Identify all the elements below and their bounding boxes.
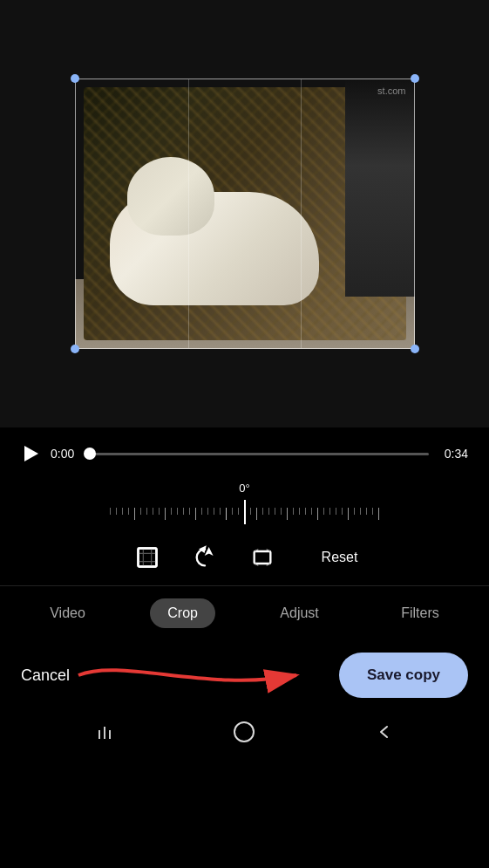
svg-rect-2	[254, 551, 270, 564]
tick	[238, 508, 239, 515]
ruler-center-indicator	[244, 500, 246, 524]
tick	[128, 508, 129, 515]
tick	[268, 508, 269, 515]
tick	[281, 508, 282, 515]
tick	[189, 508, 190, 515]
rotation-ruler[interactable]	[0, 500, 489, 524]
tick	[110, 508, 111, 515]
tick	[354, 508, 355, 515]
cancel-button[interactable]: Cancel	[21, 666, 70, 685]
tick	[201, 508, 202, 515]
tick	[360, 508, 361, 515]
svg-point-7	[234, 722, 254, 742]
editing-tools-row: Reset	[0, 530, 489, 586]
angle-value: 0°	[239, 482, 249, 495]
tick	[146, 508, 147, 515]
tick-major	[195, 508, 196, 520]
crop-scene: st.com	[75, 79, 415, 349]
editing-tabs: Video Crop Adjust Filters	[0, 586, 489, 640]
tick	[232, 508, 233, 515]
tick-major	[378, 508, 379, 520]
svg-rect-1	[138, 549, 156, 567]
tab-crop[interactable]: Crop	[150, 598, 215, 628]
tick	[299, 508, 300, 515]
tick	[207, 508, 208, 515]
end-time-label: 0:34	[438, 447, 468, 461]
play-button[interactable]	[21, 443, 42, 464]
dog-head	[127, 157, 214, 236]
tick	[366, 508, 367, 515]
svg-rect-6	[109, 730, 111, 739]
tick	[329, 508, 330, 515]
system-navigation-bar	[0, 710, 489, 754]
tick-major	[348, 508, 349, 520]
scrubber-track[interactable]	[90, 453, 429, 455]
crop-corner-top-left[interactable]	[71, 74, 79, 83]
angle-control: 0°	[0, 473, 489, 530]
svg-rect-5	[104, 727, 105, 739]
tick	[214, 508, 214, 515]
aspect-ratio-tool[interactable]	[247, 542, 278, 573]
action-bar: Cancel Save copy	[0, 640, 489, 710]
svg-rect-4	[98, 730, 100, 739]
arrow-annotation	[70, 649, 314, 701]
save-copy-button[interactable]: Save copy	[339, 653, 468, 698]
crop-corner-bottom-right[interactable]	[411, 345, 419, 353]
tick	[177, 508, 178, 515]
tick-major	[226, 508, 227, 520]
playback-controls: 0:00 0:34	[0, 427, 489, 473]
tick	[220, 508, 221, 515]
svg-rect-0	[138, 549, 156, 567]
tick	[159, 508, 160, 515]
tick-major	[134, 508, 135, 520]
tick	[262, 508, 263, 515]
rotate-tool[interactable]	[189, 542, 221, 573]
tick	[122, 508, 123, 515]
tick-major	[165, 508, 166, 520]
play-icon	[24, 446, 38, 461]
tick-major	[256, 508, 257, 520]
tick	[275, 508, 275, 515]
watermark: st.com	[377, 85, 405, 96]
back-button[interactable]	[374, 721, 395, 742]
tick	[342, 508, 343, 515]
tick	[311, 508, 312, 515]
video-preview-area: st.com	[0, 0, 489, 427]
tick	[293, 508, 294, 515]
tick	[336, 508, 336, 515]
tick	[372, 508, 373, 515]
tick	[153, 508, 153, 515]
tick	[305, 508, 306, 515]
tab-video[interactable]: Video	[32, 598, 103, 628]
tick-major	[287, 508, 288, 520]
current-time-label: 0:00	[51, 447, 81, 461]
reset-button[interactable]: Reset	[322, 550, 358, 565]
tick	[250, 508, 251, 515]
scrubber-thumb[interactable]	[84, 448, 96, 460]
tick	[140, 508, 141, 515]
right-shadow	[345, 79, 415, 297]
tab-adjust[interactable]: Adjust	[262, 598, 336, 628]
crop-frame-tool[interactable]	[132, 542, 163, 573]
tick	[183, 508, 184, 515]
tick	[116, 508, 117, 515]
crop-corner-bottom-left[interactable]	[71, 345, 79, 353]
tab-filters[interactable]: Filters	[384, 598, 457, 628]
tick-major	[317, 508, 318, 520]
recent-apps-button[interactable]	[94, 721, 115, 742]
tick	[171, 508, 172, 515]
crop-corner-top-right[interactable]	[411, 74, 419, 83]
home-button[interactable]	[233, 721, 255, 743]
tick	[323, 508, 324, 515]
